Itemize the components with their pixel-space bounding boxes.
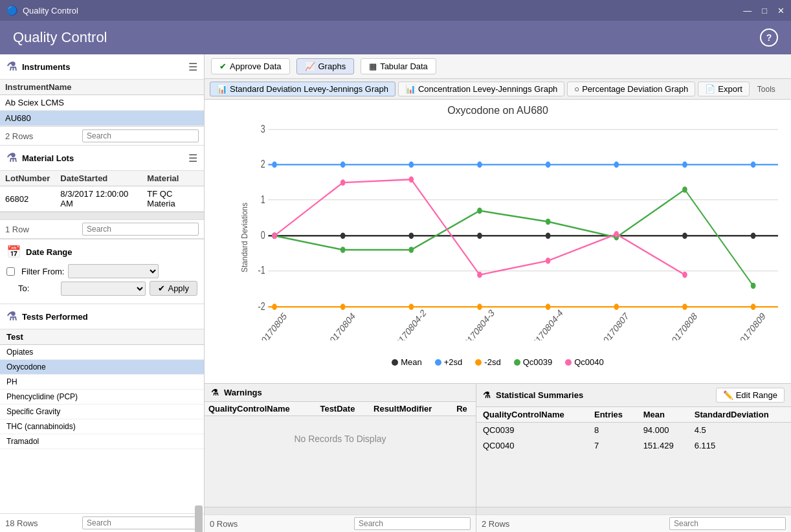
instruments-menu-icon[interactable]: ☰ — [188, 61, 197, 73]
svg-point-37 — [751, 162, 756, 168]
std-dev-button[interactable]: 📊 Standard Deviation Levey-Jennings Grap… — [210, 82, 396, 96]
stats-cell-2: 94.000 — [637, 423, 688, 438]
export-button[interactable]: 📄 Export — [698, 82, 750, 96]
help-button[interactable]: ? — [760, 28, 778, 47]
edit-range-button[interactable]: ✏️ Edit Range — [716, 388, 785, 403]
material-row[interactable]: 668028/3/2017 12:00:00 AMTF QC Materia — [0, 186, 204, 212]
svg-point-41 — [408, 304, 414, 310]
stats-row[interactable]: QC00407151.4296.115 — [476, 438, 791, 454]
sub-toolbar: 📊 Standard Deviation Levey-Jennings Grap… — [205, 79, 791, 100]
material-cell-dateStarted: 8/3/2017 12:00:00 AM — [55, 186, 142, 212]
instruments-search-input[interactable] — [82, 129, 199, 142]
stats-row[interactable]: QC0039894.0004.5 — [476, 423, 791, 438]
instruments-row-count-bar: 2 Rows — [0, 126, 204, 145]
material-scrollbar[interactable] — [0, 212, 204, 219]
warnings-scrollbar[interactable] — [205, 507, 476, 515]
tests-scrollbar-area — [0, 505, 204, 513]
minimize-button[interactable]: — — [743, 6, 752, 16]
mean-dot — [392, 359, 398, 366]
filter-from-checkbox[interactable] — [6, 267, 15, 276]
graphs-button[interactable]: 📈 Graphs — [296, 58, 355, 74]
filter-from-select[interactable] — [68, 264, 159, 278]
stats-search-input[interactable] — [669, 517, 786, 530]
stats-cell-0: QC0039 — [476, 423, 588, 438]
graphs-icon: 📈 — [305, 61, 315, 71]
y-axis-label: Standard Deviations — [240, 203, 249, 272]
stats-cell-3: 4.5 — [688, 423, 791, 438]
stats-row-count: 2 Rows — [482, 519, 509, 529]
svg-text:20170807: 20170807 — [599, 310, 630, 340]
svg-text:1: 1 — [261, 194, 265, 205]
svg-point-24 — [477, 232, 482, 239]
tests-row-count-bar: 18 Rows — [0, 513, 204, 532]
tests-search-input[interactable] — [82, 516, 199, 529]
stats-table: QualityControlName Entries Mean Standard… — [476, 407, 791, 454]
stats-scrollbar[interactable] — [476, 507, 791, 515]
stats-col-mean: Mean — [637, 407, 688, 423]
to-row: To: ✔ Apply — [6, 281, 197, 296]
stats-panel: ⚗ Statistical Summaries ✏️ Edit Range Qu… — [476, 384, 791, 532]
material-lots-table: LotNumber DateStarted Material 668028/3/… — [0, 171, 204, 212]
title-bar-left: 🔵 Quality Control — [6, 5, 78, 16]
warnings-header: ⚗ Warnings — [205, 384, 476, 402]
maximize-button[interactable]: □ — [762, 6, 767, 16]
tests-performed-title: Tests Performed — [22, 312, 88, 322]
instruments-header: ⚗ Instruments ☰ — [0, 54, 204, 80]
apply-button[interactable]: ✔ Apply — [150, 281, 197, 296]
stats-cell-2: 151.429 — [637, 438, 688, 454]
conc-label: Concentration Levey-Jennings Graph — [418, 84, 557, 94]
test-item[interactable]: Oxycodone — [0, 360, 204, 375]
material-cell-lotNumber: 66802 — [0, 186, 55, 212]
edit-icon: ✏️ — [723, 390, 733, 400]
material-lots-menu-icon[interactable]: ☰ — [188, 152, 197, 164]
test-item[interactable]: Phencyclidine (PCP) — [0, 390, 204, 405]
material-lots-panel: ⚗ Material Lots ☰ LotNumber DateStarted … — [0, 146, 204, 239]
svg-text:20170804: 20170804 — [325, 310, 357, 340]
svg-point-32 — [408, 162, 414, 168]
to-select[interactable] — [61, 282, 146, 296]
close-button[interactable]: ✕ — [777, 6, 785, 16]
no-records-message: No Records To Display — [205, 416, 476, 461]
plus2sd-dot — [435, 359, 441, 366]
test-item[interactable]: THC (cannabinoids) — [0, 419, 204, 434]
legend-minus2sd: -2sd — [475, 357, 500, 367]
test-item[interactable]: PH — [0, 375, 204, 390]
svg-point-39 — [272, 304, 277, 310]
test-item[interactable]: Specific Gravity — [0, 405, 204, 419]
svg-text:20170804-2: 20170804-2 — [391, 307, 428, 340]
svg-point-33 — [477, 162, 482, 168]
approve-data-button[interactable]: ✔ Approve Data — [211, 58, 290, 74]
material-col-datestarted: DateStarted — [55, 171, 142, 186]
conc-button[interactable]: 📊 Concentration Levey-Jennings Graph — [398, 82, 564, 96]
svg-point-44 — [614, 304, 619, 310]
svg-point-61 — [682, 272, 687, 278]
test-item[interactable]: Opiates — [0, 345, 204, 360]
std-dev-icon: 📊 — [217, 84, 227, 94]
stats-cell-3: 6.115 — [688, 438, 791, 454]
mean-label: Mean — [401, 357, 422, 367]
warnings-col-qcname: QualityControlName — [205, 402, 316, 416]
instruments-row[interactable]: AU680 — [0, 111, 204, 126]
approve-check-icon: ✔ — [219, 61, 227, 71]
warnings-search-input[interactable] — [354, 517, 471, 530]
title-bar: 🔵 Quality Control — □ ✕ — [0, 0, 791, 21]
material-row-count: 1 Row — [5, 225, 29, 234]
svg-point-22 — [340, 232, 346, 239]
material-search-input[interactable] — [82, 223, 199, 236]
tests-scroll-thumb[interactable] — [195, 505, 203, 532]
export-icon: 📄 — [705, 84, 715, 94]
test-item[interactable]: Tramadol — [0, 434, 204, 449]
pct-deviation-button[interactable]: ○ Percentage Deviation Graph — [567, 82, 695, 96]
qc0040-label: Qc0040 — [574, 357, 604, 367]
warnings-row-count: 0 Rows — [210, 519, 238, 529]
minus2sd-label: -2sd — [484, 357, 500, 367]
material-row-count-bar: 1 Row — [0, 219, 204, 238]
instruments-col-header: InstrumentName — [0, 80, 204, 95]
graph-title: Oxycodone on AU680 — [205, 100, 791, 122]
tabular-data-button[interactable]: ▦ Tabular Data — [361, 58, 436, 74]
instruments-row[interactable]: Ab Sciex LCMS — [0, 95, 204, 111]
instruments-cell-name: Ab Sciex LCMS — [0, 95, 204, 111]
main-toolbar: ✔ Approve Data 📈 Graphs ▦ Tabular Data — [205, 54, 791, 79]
legend-qc0040: Qc0040 — [565, 357, 604, 367]
app-icon: 🔵 — [6, 5, 17, 16]
